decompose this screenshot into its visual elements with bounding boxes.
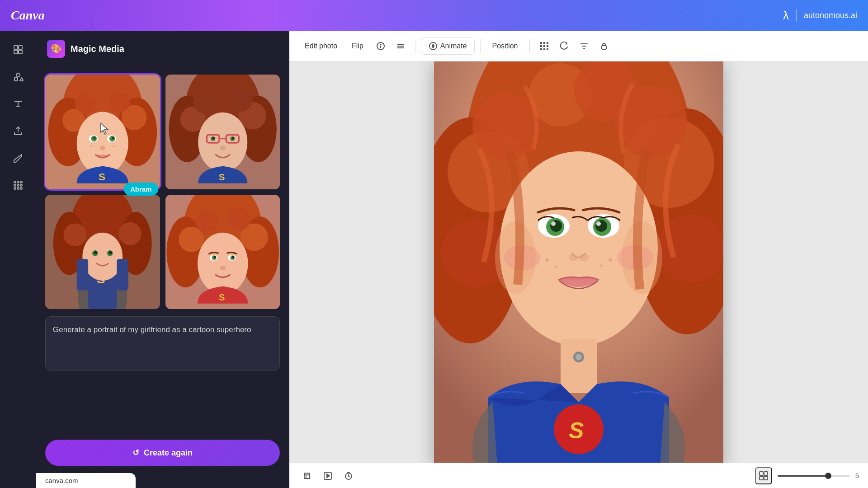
svg-point-76 xyxy=(197,232,248,294)
panel-header: 🎨 Magic Media xyxy=(36,31,289,67)
flip-button[interactable]: Flip xyxy=(345,38,370,54)
svg-point-138 xyxy=(576,354,582,360)
edit-photo-button[interactable]: Edit photo xyxy=(298,38,344,54)
svg-point-59 xyxy=(64,223,87,246)
sidebar-item-layout[interactable] xyxy=(6,38,30,61)
svg-rect-1 xyxy=(19,46,22,49)
svg-rect-5 xyxy=(14,78,18,81)
svg-point-126 xyxy=(569,254,578,261)
svg-point-49 xyxy=(212,137,214,139)
svg-point-121 xyxy=(551,221,556,226)
toolbar: Edit photo Flip xyxy=(289,31,868,61)
zoom-track[interactable] xyxy=(778,475,850,477)
svg-point-131 xyxy=(609,258,612,262)
create-again-icon: ↺ xyxy=(132,448,139,458)
generated-image-2[interactable]: S xyxy=(165,75,280,189)
svg-point-133 xyxy=(600,264,603,267)
sidebar-item-elements[interactable] xyxy=(6,65,30,89)
svg-text:S: S xyxy=(569,418,584,443)
sidebar-item-draw[interactable] xyxy=(6,146,30,170)
position-label: Position xyxy=(492,42,518,50)
grid-icon-button[interactable] xyxy=(535,37,553,55)
create-again-button[interactable]: ↺ Create again xyxy=(45,440,280,466)
prompt-text[interactable]: Generate a portrait of my girlfriend as … xyxy=(45,316,280,371)
panel-title: Magic Media xyxy=(71,44,124,54)
svg-point-75 xyxy=(227,208,250,231)
svg-point-125 xyxy=(596,221,601,226)
generated-image-1[interactable]: S xyxy=(45,75,160,189)
svg-rect-3 xyxy=(19,50,22,54)
svg-point-13 xyxy=(14,188,16,189)
image-grid: S Abram xyxy=(36,67,289,316)
svg-point-8 xyxy=(17,181,19,183)
svg-rect-98 xyxy=(540,48,542,50)
svg-point-82 xyxy=(232,256,234,258)
svg-marker-6 xyxy=(20,78,24,81)
right-area: Edit photo Flip xyxy=(289,31,868,488)
animate-button[interactable]: Animate xyxy=(421,38,475,55)
flip-label: Flip xyxy=(352,42,363,50)
toolbar-divider-3 xyxy=(529,39,530,53)
svg-text:S: S xyxy=(218,172,225,182)
play-button[interactable] xyxy=(319,467,336,484)
svg-point-120 xyxy=(550,220,562,232)
svg-point-42 xyxy=(229,89,252,112)
svg-point-33 xyxy=(90,145,92,147)
toolbar-divider-2 xyxy=(480,39,481,53)
main-layout: 🎨 Magic Media xyxy=(0,31,868,488)
sidebar-item-text[interactable] xyxy=(6,92,30,116)
svg-point-51 xyxy=(220,145,226,150)
generated-image-4[interactable]: S xyxy=(165,195,280,310)
svg-rect-96 xyxy=(543,45,545,47)
svg-rect-67 xyxy=(117,258,128,290)
canva-logo[interactable]: Canva xyxy=(11,8,45,23)
canvas-content: S xyxy=(289,61,868,463)
svg-rect-2 xyxy=(14,50,18,54)
canvas-area: S xyxy=(289,61,868,463)
bottom-right-controls: 5 xyxy=(755,467,859,484)
create-again-label: Create again xyxy=(144,448,193,458)
generated-image-3[interactable]: S xyxy=(45,195,160,310)
edit-photo-label: Edit photo xyxy=(305,42,337,50)
sidebar-item-apps[interactable] xyxy=(6,174,30,197)
svg-rect-97 xyxy=(547,45,548,47)
bottom-controls: 5 xyxy=(289,463,868,488)
info-button[interactable] xyxy=(372,37,390,55)
main-hero-image[interactable]: S xyxy=(434,61,723,463)
sidebar-item-upload[interactable] xyxy=(6,119,30,143)
svg-rect-100 xyxy=(547,48,548,50)
svg-point-64 xyxy=(94,251,97,253)
svg-point-65 xyxy=(109,251,112,253)
zoom-slider[interactable] xyxy=(778,475,850,477)
toolbar-divider-1 xyxy=(415,39,415,53)
topbar-right: λ autonomous.ai xyxy=(783,9,857,23)
svg-point-23 xyxy=(109,92,130,113)
menu-icon-button[interactable] xyxy=(392,37,410,55)
filter-icon-button[interactable] xyxy=(575,37,593,55)
svg-point-130 xyxy=(545,258,549,262)
svg-text:S: S xyxy=(218,292,225,302)
svg-point-11 xyxy=(17,184,19,186)
lock-icon-button[interactable] xyxy=(595,37,613,55)
notes-button[interactable] xyxy=(298,467,316,484)
prompt-area: Generate a portrait of my girlfriend as … xyxy=(45,316,280,432)
svg-point-22 xyxy=(75,93,96,114)
svg-rect-101 xyxy=(602,46,606,49)
bottom-left-controls xyxy=(298,467,357,484)
zoom-thumb[interactable] xyxy=(825,473,831,479)
refresh-icon-button[interactable] xyxy=(555,37,573,55)
svg-point-81 xyxy=(213,256,216,258)
topbar-divider xyxy=(796,9,797,22)
svg-point-34 xyxy=(113,145,115,147)
svg-point-124 xyxy=(595,220,607,232)
svg-point-83 xyxy=(220,266,226,270)
svg-rect-0 xyxy=(14,46,18,49)
position-button[interactable]: Position xyxy=(486,38,524,54)
timer-button[interactable] xyxy=(340,467,357,484)
grid-view-button[interactable] xyxy=(755,467,772,484)
left-panel: 🎨 Magic Media xyxy=(36,31,289,488)
grid-item-wrapper-1: S Abram xyxy=(45,75,160,189)
svg-rect-94 xyxy=(547,42,548,44)
svg-point-74 xyxy=(195,209,218,232)
svg-point-9 xyxy=(20,181,22,183)
